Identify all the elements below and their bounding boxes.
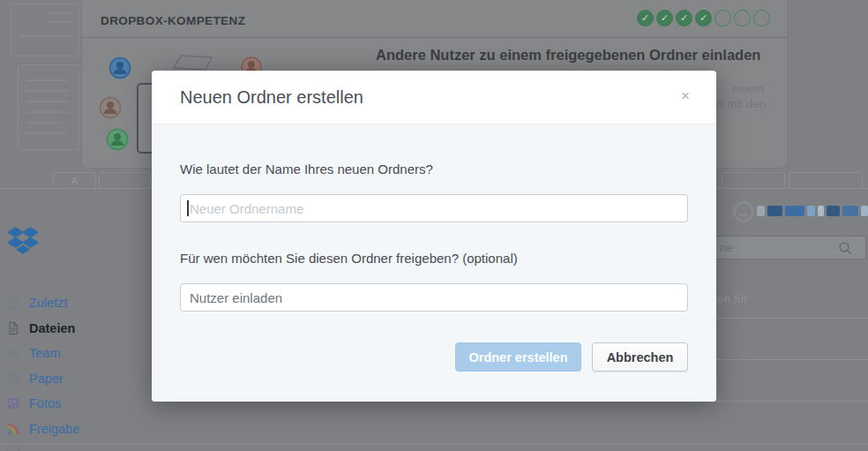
modal-actions: Ordner erstellen Abbrechen: [180, 342, 688, 372]
sidebar-item-dateien[interactable]: Dateien: [6, 320, 75, 336]
share-question: Für wen möchten Sie diesen Ordner freige…: [180, 251, 688, 267]
tutorial-card-title: DROPBOX-KOMPETENZ: [101, 14, 245, 27]
smiley-avatar[interactable]: [733, 201, 754, 222]
sidebar-item-freigabe[interactable]: Freigabe: [6, 421, 79, 437]
sidebar-item-label: Fotos: [29, 396, 61, 410]
lesson-heading: Andere Nutzer zu einem freigegebenen Ord…: [376, 47, 760, 64]
table-row-divider: [695, 318, 868, 319]
tutorial-card-header: DROPBOX-KOMPETENZ ✓✓✓✓: [82, 0, 787, 38]
ghost-document-thumbnail: [18, 64, 79, 150]
avatar-green-user: [108, 130, 128, 150]
rainbow-icon: [6, 422, 20, 436]
create-folder-button[interactable]: Ordner erstellen: [455, 342, 581, 372]
modal-header: Neuen Ordner erstellen ×: [152, 71, 716, 124]
sidebar-item-label: Dateien: [29, 321, 75, 335]
create-folder-modal: Neuen Ordner erstellen × Wie lautet der …: [152, 71, 716, 402]
progress-dot-done-icon: ✓: [637, 10, 654, 26]
clock-icon: [6, 296, 20, 310]
section-heading-fragment: en für: [717, 292, 748, 305]
dropbox-logo[interactable]: [7, 227, 39, 257]
search-placeholder-fragment: ne: [720, 241, 733, 254]
progress-dot-done-icon: ✓: [656, 10, 673, 26]
avatar-brown-user: [101, 98, 121, 118]
sidebar-item-label: Paper: [29, 372, 64, 386]
text-caret: [187, 200, 189, 216]
table-row-divider: [695, 401, 868, 402]
sidebar-item-fotos[interactable]: Fotos: [6, 395, 61, 411]
ghost-toolbar-box: [722, 172, 785, 189]
file-icon: [6, 321, 20, 335]
ghost-toolbar-box: A: [53, 172, 96, 189]
paragraph-fragment: rt mit den: [716, 97, 766, 110]
ghost-toolbar-box: [99, 172, 151, 189]
cancel-button[interactable]: Abbrechen: [592, 342, 688, 372]
photos-icon: [6, 396, 20, 410]
sidebar-item-label: Team: [29, 346, 60, 360]
sidebar-item-label: Freigabe: [29, 422, 79, 436]
progress-dots: ✓✓✓✓: [637, 10, 770, 26]
paper-icon: [6, 372, 20, 386]
team-icon: [6, 346, 20, 360]
modal-title: Neuen Ordner erstellen: [180, 87, 363, 108]
progress-dot-done-icon: ✓: [676, 10, 692, 26]
paragraph-fragment: einem: [731, 82, 764, 95]
sidebar-item-paper[interactable]: Paper: [6, 371, 64, 387]
ghost-toolbar-box: [789, 172, 863, 189]
modal-body: Wie lautet der Name Ihres neuen Ordners?…: [152, 124, 716, 402]
sidebar-item-team[interactable]: Team: [6, 345, 60, 361]
close-icon[interactable]: ×: [676, 86, 695, 106]
footer-divider: [0, 444, 868, 445]
table-row-divider: [695, 359, 868, 360]
sidebar-item-label: Zuletzt: [29, 296, 68, 310]
progress-dot-icon: [715, 10, 731, 26]
folder-name-question: Wie lautet der Name Ihres neuen Ordners?: [180, 162, 688, 177]
toolbar-letter: A: [71, 176, 78, 186]
progress-dot-done-icon: ✓: [695, 10, 712, 26]
search-input[interactable]: ne: [697, 236, 866, 259]
progress-dot-icon: [734, 10, 751, 26]
avatar-blue-user: [110, 58, 131, 79]
redacted-username: [757, 206, 868, 216]
ghost-document-thumbnail: [11, 4, 79, 56]
progress-dot-icon: [753, 10, 770, 26]
sidebar-item-zuletzt[interactable]: Zuletzt: [6, 295, 68, 311]
invite-users-input[interactable]: [180, 283, 688, 312]
magnifier-icon: [838, 241, 853, 256]
folder-name-input[interactable]: [180, 194, 688, 222]
